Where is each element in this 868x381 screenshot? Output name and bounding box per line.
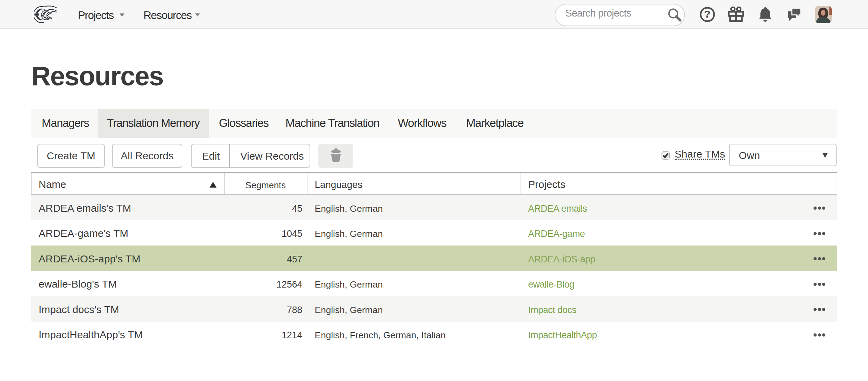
svg-text:?: ? <box>704 8 710 20</box>
